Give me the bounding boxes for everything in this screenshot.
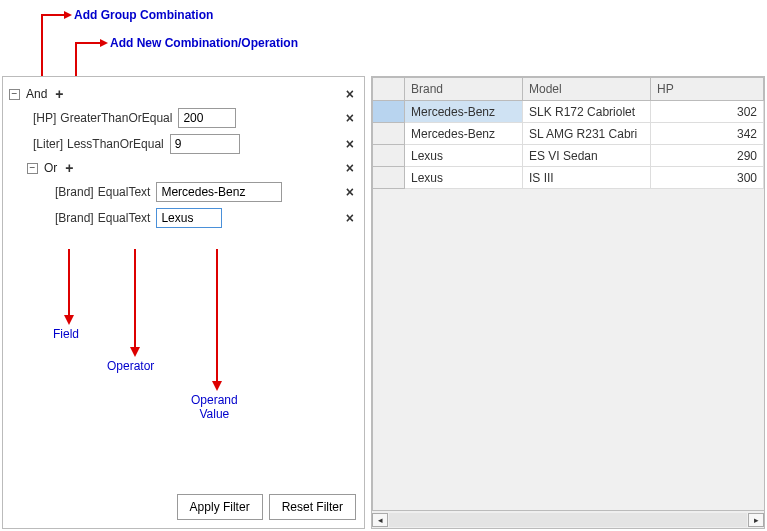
cell-hp[interactable]: 302 (651, 101, 764, 123)
table-row[interactable]: LexusES VI Sedan290 (373, 145, 764, 167)
column-header-hp[interactable]: HP (651, 78, 764, 101)
cell-model[interactable]: SL AMG R231 Cabri (523, 123, 651, 145)
results-grid-panel: Brand Model HP Mercedes-BenzSLK R172 Cab… (371, 76, 765, 529)
cell-model[interactable]: IS III (523, 167, 651, 189)
annotation-add-combo: Add New Combination/Operation (110, 36, 298, 50)
close-icon[interactable]: × (342, 110, 358, 126)
field-label[interactable]: [Brand] (55, 185, 94, 199)
add-rule-button[interactable]: + (55, 86, 63, 102)
annotation-operator-arrow (123, 245, 147, 357)
scroll-left-button[interactable]: ◂ (372, 513, 388, 527)
horizontal-scrollbar[interactable]: ◂ ▸ (372, 510, 764, 528)
operator-label[interactable]: GreaterThanOrEqual (60, 111, 172, 125)
row-header-cell[interactable] (373, 167, 405, 189)
filter-rule: [Liter] LessThanOrEqual × (33, 131, 358, 157)
scroll-track[interactable] (389, 513, 747, 527)
cell-hp[interactable]: 300 (651, 167, 764, 189)
cell-brand[interactable]: Mercedes-Benz (405, 123, 523, 145)
svg-marker-5 (64, 315, 74, 325)
column-header-model[interactable]: Model (523, 78, 651, 101)
row-header-cell[interactable] (373, 123, 405, 145)
annotation-field-label: Field (53, 327, 79, 341)
row-header-cell[interactable] (373, 101, 405, 123)
value-input[interactable] (178, 108, 236, 128)
annotation-field-arrow (57, 245, 81, 325)
annotation-add-group: Add Group Combination (74, 8, 213, 22)
close-icon[interactable]: × (342, 184, 358, 200)
cell-hp[interactable]: 290 (651, 145, 764, 167)
svg-marker-3 (100, 39, 108, 47)
annotation-operand-label: Operand Value (191, 393, 238, 422)
field-label[interactable]: [HP] (33, 111, 56, 125)
filter-builder-panel: − And + × [HP] GreaterThanOrEqual × [Lit… (2, 76, 365, 529)
close-icon[interactable]: × (342, 136, 358, 152)
table-row[interactable]: LexusIS III300 (373, 167, 764, 189)
column-header-brand[interactable]: Brand (405, 78, 523, 101)
results-table: Brand Model HP Mercedes-BenzSLK R172 Cab… (372, 77, 764, 189)
add-rule-button[interactable]: + (65, 160, 73, 176)
apply-filter-button[interactable]: Apply Filter (177, 494, 263, 520)
root-group-row: − And + × (9, 83, 358, 105)
collapse-icon[interactable]: − (27, 163, 38, 174)
value-input[interactable] (156, 208, 222, 228)
reset-filter-button[interactable]: Reset Filter (269, 494, 356, 520)
cell-brand[interactable]: Lexus (405, 145, 523, 167)
table-header-row: Brand Model HP (373, 78, 764, 101)
sub-group-row: − Or + × (27, 157, 358, 179)
operator-label[interactable]: LessThanOrEqual (67, 137, 164, 151)
cell-brand[interactable]: Lexus (405, 167, 523, 189)
root-combinator[interactable]: And (26, 87, 47, 101)
annotation-operator-label: Operator (107, 359, 154, 373)
cell-model[interactable]: SLK R172 Cabriolet (523, 101, 651, 123)
button-bar: Apply Filter Reset Filter (3, 486, 364, 528)
svg-marker-1 (64, 11, 72, 19)
value-input[interactable] (170, 134, 240, 154)
row-header-cell[interactable] (373, 145, 405, 167)
annotation-operand-arrow (205, 245, 229, 391)
cell-brand[interactable]: Mercedes-Benz (405, 101, 523, 123)
field-label[interactable]: [Liter] (33, 137, 63, 151)
value-input[interactable] (156, 182, 282, 202)
svg-marker-7 (130, 347, 140, 357)
row-header-corner (373, 78, 405, 101)
filter-rule: [Brand] EqualText × (55, 179, 358, 205)
cell-model[interactable]: ES VI Sedan (523, 145, 651, 167)
grid-empty-area (372, 189, 764, 510)
sub-combinator[interactable]: Or (44, 161, 57, 175)
table-row[interactable]: Mercedes-BenzSLK R172 Cabriolet302 (373, 101, 764, 123)
cell-hp[interactable]: 342 (651, 123, 764, 145)
field-label[interactable]: [Brand] (55, 211, 94, 225)
operator-label[interactable]: EqualText (98, 211, 151, 225)
scroll-right-button[interactable]: ▸ (748, 513, 764, 527)
close-icon[interactable]: × (342, 160, 358, 176)
filter-rule: [HP] GreaterThanOrEqual × (33, 105, 358, 131)
operator-label[interactable]: EqualText (98, 185, 151, 199)
close-icon[interactable]: × (342, 86, 358, 102)
close-icon[interactable]: × (342, 210, 358, 226)
table-row[interactable]: Mercedes-BenzSL AMG R231 Cabri342 (373, 123, 764, 145)
filter-rule: [Brand] EqualText × (55, 205, 358, 231)
collapse-icon[interactable]: − (9, 89, 20, 100)
svg-marker-9 (212, 381, 222, 391)
